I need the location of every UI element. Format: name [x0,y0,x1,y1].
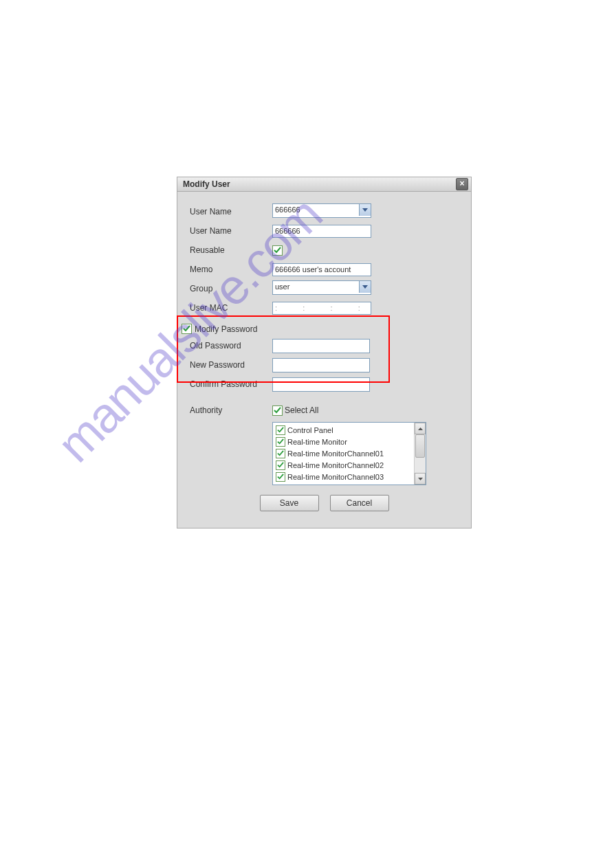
authority-item-checkbox[interactable] [276,460,285,470]
chevron-down-icon [418,478,423,480]
user-name-input[interactable] [272,225,371,238]
authority-item[interactable]: Real-time Monitor [276,436,410,447]
authority-item-checkbox[interactable] [276,472,285,482]
modify-user-dialog: Modify User × User Name 666666 User Name [177,177,472,528]
user-mac-input[interactable] [272,302,371,315]
label-group: Group [190,284,272,293]
authority-item[interactable]: Control Panel [276,424,410,436]
dialog-body: User Name 666666 User Name Reusable [177,192,471,528]
password-section: Modify Password Old Password New Passwor… [190,320,459,397]
close-icon: × [459,179,464,188]
authority-item-label: Real-time MonitorChannel01 [287,449,384,458]
authority-item-label: Real-time MonitorChannel02 [287,461,384,469]
authority-item-label: Real-time MonitorChannel03 [287,473,384,481]
chevron-up-icon [418,427,423,430]
scrollbar[interactable] [414,423,426,485]
group-select-value: user [275,282,289,291]
cancel-button[interactable]: Cancel [330,495,389,511]
label-old-password: Old Password [190,341,272,350]
label-user-name-select: User Name [190,207,272,216]
label-confirm-password: Confirm Password [190,379,272,389]
user-name-select-value: 666666 [275,205,300,214]
row-user-name-select: User Name 666666 [190,204,459,219]
user-name-select[interactable]: 666666 [272,203,371,218]
label-new-password: New Password [190,360,272,370]
authority-item-checkbox[interactable] [276,449,285,458]
row-old-password: Old Password [190,338,459,353]
authority-item-label: Control Panel [287,426,333,434]
button-row: Save Cancel [190,495,459,511]
memo-input[interactable] [272,263,371,276]
row-new-password: New Password [190,357,459,372]
dialog-titlebar: Modify User × [177,177,471,192]
dropdown-arrow-icon [359,281,371,293]
row-group: Group user [190,281,459,296]
dropdown-arrow-icon [359,204,371,216]
authority-item-checkbox[interactable] [276,437,285,447]
row-memo: Memo [190,262,459,277]
confirm-password-input[interactable] [272,377,370,392]
authority-item[interactable]: Real-time MonitorChannel02 [276,459,410,471]
reusable-checkbox[interactable] [272,245,283,256]
authority-listbox[interactable]: Control Panel Real-time Monitor Real-tim… [272,422,426,485]
label-user-mac: User MAC [190,303,272,313]
row-authority: Authority Select All [190,403,459,418]
old-password-input[interactable] [272,339,370,353]
dialog-title: Modify User [180,179,230,189]
label-user-name-text: User Name [190,226,272,236]
authority-item[interactable]: Real-time MonitorChannel03 [276,471,410,482]
save-button[interactable]: Save [260,495,319,511]
close-button[interactable]: × [456,178,468,190]
row-modify-password: Modify Password [182,324,459,334]
label-memo: Memo [190,265,272,274]
label-authority: Authority [190,405,272,415]
row-confirm-password: Confirm Password [190,377,459,392]
scroll-thumb[interactable] [415,434,425,458]
authority-item[interactable]: Real-time MonitorChannel01 [276,447,410,459]
row-user-mac: User MAC [190,300,459,315]
label-reusable: Reusable [190,245,272,255]
authority-item-checkbox[interactable] [276,425,285,435]
scroll-down-button[interactable] [415,473,426,485]
label-select-all: Select All [285,405,318,415]
row-user-name-text: User Name [190,223,459,238]
row-reusable: Reusable [190,243,459,258]
authority-list-inner: Control Panel Real-time Monitor Real-tim… [273,423,413,485]
authority-item-label: Real-time Monitor [287,438,347,446]
select-all-checkbox[interactable] [272,405,283,416]
new-password-input[interactable] [272,358,370,372]
group-select[interactable]: user [272,280,371,295]
modify-password-checkbox[interactable] [182,324,192,334]
scroll-up-button[interactable] [415,423,426,434]
label-modify-password: Modify Password [195,324,257,334]
